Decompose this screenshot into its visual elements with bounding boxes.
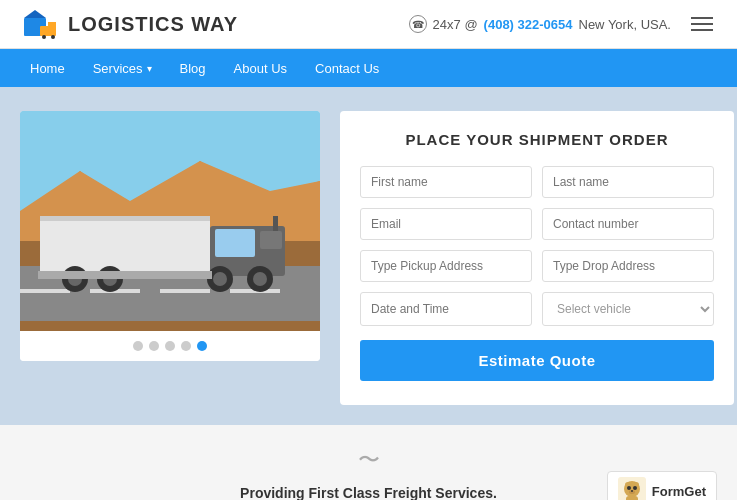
svg-point-34 [627, 486, 631, 490]
carousel-dot-5[interactable] [197, 341, 207, 351]
carousel-dot-3[interactable] [165, 341, 175, 351]
form-title: PLACE YOUR SHIPMENT ORDER [360, 131, 714, 148]
datetime-input[interactable] [360, 292, 532, 326]
svg-point-37 [631, 490, 633, 492]
truck-scene-svg [20, 111, 320, 331]
hero-image-container [20, 111, 320, 361]
location-text: New York, USA. [579, 17, 672, 32]
logo-area: LOGISTICS WAY [20, 8, 238, 40]
services-dropdown-arrow: ▾ [147, 63, 152, 74]
footer-area: 〜 Providing First Class Freight Services… [0, 425, 737, 500]
nav-contact[interactable]: Contact Us [301, 49, 393, 87]
svg-point-28 [253, 272, 267, 286]
estimate-quote-button[interactable]: Estimate Quote [360, 340, 714, 381]
carousel-dot-4[interactable] [181, 341, 191, 351]
main-content: PLACE YOUR SHIPMENT ORDER Select vehicle… [0, 87, 737, 425]
contact-prefix: 24x7 @ [433, 17, 478, 32]
last-name-input[interactable] [542, 166, 714, 198]
svg-rect-38 [626, 496, 638, 500]
svg-rect-3 [48, 22, 56, 30]
header-right: ☎ 24x7 @ (408) 322-0654 New York, USA. [409, 13, 717, 35]
name-row [360, 166, 714, 198]
nav-about[interactable]: About Us [220, 49, 301, 87]
logo-text: LOGISTICS WAY [68, 13, 238, 36]
nav-home[interactable]: Home [16, 49, 79, 87]
shipment-form-panel: PLACE YOUR SHIPMENT ORDER Select vehicle… [340, 111, 734, 405]
svg-rect-15 [40, 216, 210, 276]
phone-icon: ☎ [409, 15, 427, 33]
svg-rect-19 [260, 231, 282, 249]
email-row [360, 208, 714, 240]
formget-label: FormGet [652, 484, 706, 499]
contact-input[interactable] [542, 208, 714, 240]
svg-point-4 [42, 35, 46, 39]
drop-address-input[interactable] [542, 250, 714, 282]
logo-icon [20, 8, 60, 40]
email-input[interactable] [360, 208, 532, 240]
carousel-dot-2[interactable] [149, 341, 159, 351]
carousel-dots [20, 331, 320, 361]
pickup-address-input[interactable] [360, 250, 532, 282]
svg-rect-16 [40, 216, 210, 221]
svg-rect-20 [273, 216, 278, 231]
address-row [360, 250, 714, 282]
header-contact: ☎ 24x7 @ (408) 322-0654 New York, USA. [409, 15, 671, 33]
nav-services[interactable]: Services ▾ [79, 49, 166, 87]
svg-point-5 [51, 35, 55, 39]
svg-rect-11 [20, 289, 70, 293]
nav-blog[interactable]: Blog [166, 49, 220, 87]
svg-rect-13 [160, 289, 210, 293]
svg-point-26 [213, 272, 227, 286]
hero-image [20, 111, 320, 331]
svg-marker-1 [24, 10, 46, 18]
vehicle-select[interactable]: Select vehicle Truck Van Car Bike [542, 292, 714, 326]
phone-number: (408) 322-0654 [484, 17, 573, 32]
formget-badge: FormGet [607, 471, 717, 500]
svg-rect-18 [215, 229, 255, 257]
formget-mascot-icon [618, 477, 646, 500]
first-name-input[interactable] [360, 166, 532, 198]
main-navbar: Home Services ▾ Blog About Us Contact Us [0, 49, 737, 87]
svg-rect-29 [38, 271, 212, 279]
datetime-vehicle-row: Select vehicle Truck Van Car Bike [360, 292, 714, 326]
hamburger-menu-button[interactable] [687, 13, 717, 35]
site-header: LOGISTICS WAY ☎ 24x7 @ (408) 322-0654 Ne… [0, 0, 737, 49]
carousel-dot-1[interactable] [133, 341, 143, 351]
svg-point-35 [633, 486, 637, 490]
